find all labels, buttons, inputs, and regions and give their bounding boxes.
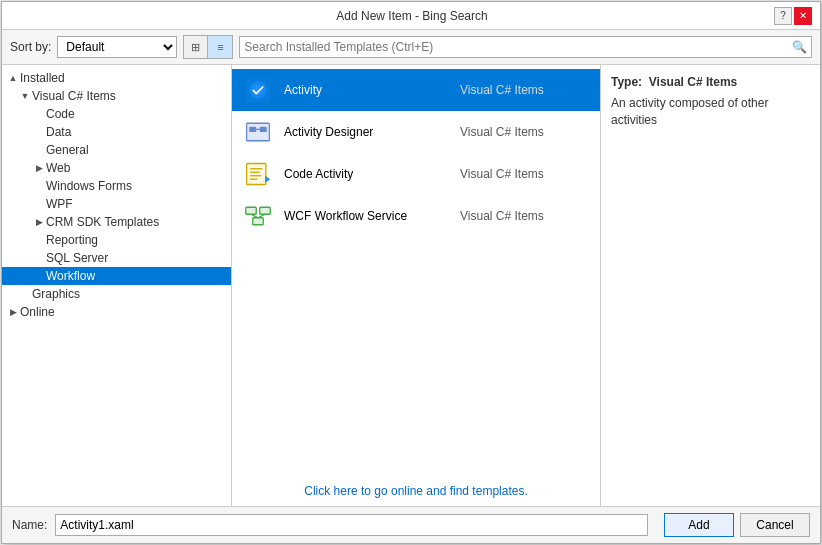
template-name-wcf-workflow: WCF Workflow Service	[284, 209, 450, 223]
tree-label-web: Web	[46, 161, 70, 175]
name-label: Name:	[12, 518, 47, 532]
template-icon-code-activity	[242, 158, 274, 190]
search-input[interactable]	[244, 40, 792, 54]
name-input[interactable]	[55, 514, 648, 536]
template-list: ActivityVisual C# Items Activity Designe…	[232, 65, 600, 476]
list-view-button[interactable]: ≡	[208, 36, 232, 58]
template-name-activity-designer: Activity Designer	[284, 125, 450, 139]
center-panel: ActivityVisual C# Items Activity Designe…	[232, 65, 600, 506]
search-box: 🔍	[239, 36, 812, 58]
type-label: Type: Visual C# Items	[611, 75, 810, 89]
template-icon-activity	[242, 74, 274, 106]
tree-item-windows-forms[interactable]: Windows Forms	[2, 177, 231, 195]
tree-label-visual-csharp: Visual C# Items	[32, 89, 116, 103]
tree-label-graphics: Graphics	[32, 287, 80, 301]
title-controls: ? ✕	[774, 7, 812, 25]
type-prefix: Type:	[611, 75, 642, 89]
tree-arrow-crm-sdk: ▶	[32, 217, 46, 227]
template-category-activity-designer: Visual C# Items	[460, 125, 590, 139]
tree-label-windows-forms: Windows Forms	[46, 179, 132, 193]
type-value: Visual C# Items	[649, 75, 738, 89]
tree-label-online: Online	[20, 305, 55, 319]
search-button[interactable]: 🔍	[792, 40, 807, 54]
template-category-wcf-workflow: Visual C# Items	[460, 209, 590, 223]
tree-arrow-installed: ▲	[6, 73, 20, 83]
tree-item-workflow[interactable]: Workflow	[2, 267, 231, 285]
list-icon: ≡	[217, 41, 223, 53]
svg-rect-4	[249, 127, 256, 132]
grid-icon: ⊞	[191, 41, 200, 54]
tree-label-sql-server: SQL Server	[46, 251, 108, 265]
close-button[interactable]: ✕	[794, 7, 812, 25]
dialog-title: Add New Item - Bing Search	[50, 9, 774, 23]
tree-item-web[interactable]: ▶Web	[2, 159, 231, 177]
tree-item-data[interactable]: Data	[2, 123, 231, 141]
grid-view-button[interactable]: ⊞	[184, 36, 208, 58]
tree-arrow-visual-csharp: ▼	[18, 91, 32, 101]
help-button[interactable]: ?	[774, 7, 792, 25]
add-new-item-dialog: Add New Item - Bing Search ? ✕ Sort by: …	[1, 1, 821, 544]
tree-item-sql-server[interactable]: SQL Server	[2, 249, 231, 267]
tree-label-wpf: WPF	[46, 197, 73, 211]
bottom-bar: Name: Add Cancel	[2, 506, 820, 543]
add-button[interactable]: Add	[664, 513, 734, 537]
tree-label-reporting: Reporting	[46, 233, 98, 247]
tree-label-data: Data	[46, 125, 71, 139]
template-name-code-activity: Code Activity	[284, 167, 450, 181]
tree-label-general: General	[46, 143, 89, 157]
cancel-button[interactable]: Cancel	[740, 513, 810, 537]
svg-rect-15	[253, 218, 264, 225]
tree-item-reporting[interactable]: Reporting	[2, 231, 231, 249]
tree-item-online[interactable]: ▶Online	[2, 303, 231, 321]
svg-rect-5	[260, 127, 267, 132]
tree-label-installed: Installed	[20, 71, 65, 85]
template-item-activity[interactable]: ActivityVisual C# Items	[232, 69, 600, 111]
title-bar: Add New Item - Bing Search ? ✕	[2, 2, 820, 30]
online-link[interactable]: Click here to go online and find templat…	[304, 484, 527, 498]
tree-item-installed[interactable]: ▲Installed	[2, 69, 231, 87]
tree-item-wpf[interactable]: WPF	[2, 195, 231, 213]
template-icon-activity-designer	[242, 116, 274, 148]
tree-item-visual-csharp[interactable]: ▼Visual C# Items	[2, 87, 231, 105]
template-item-activity-designer[interactable]: Activity DesignerVisual C# Items	[232, 111, 600, 153]
online-link-container: Click here to go online and find templat…	[232, 476, 600, 506]
tree-label-workflow: Workflow	[46, 269, 95, 283]
tree-label-crm-sdk: CRM SDK Templates	[46, 215, 159, 229]
svg-rect-7	[247, 164, 266, 185]
tree-item-graphics[interactable]: Graphics	[2, 285, 231, 303]
search-icon: 🔍	[792, 40, 807, 54]
main-content: ▲Installed▼Visual C# ItemsCodeDataGenera…	[2, 65, 820, 506]
svg-rect-14	[260, 207, 271, 214]
tree-item-general[interactable]: General	[2, 141, 231, 159]
tree-arrow-online: ▶	[6, 307, 20, 317]
template-item-code-activity[interactable]: Code ActivityVisual C# Items	[232, 153, 600, 195]
action-buttons: Add Cancel	[664, 513, 810, 537]
tree-item-code[interactable]: Code	[2, 105, 231, 123]
type-description: An activity composed of other activities	[611, 95, 810, 129]
tree-arrow-web: ▶	[32, 163, 46, 173]
svg-marker-12	[265, 176, 270, 183]
tree-item-crm-sdk[interactable]: ▶CRM SDK Templates	[2, 213, 231, 231]
svg-rect-3	[247, 123, 270, 141]
left-panel: ▲Installed▼Visual C# ItemsCodeDataGenera…	[2, 65, 232, 506]
svg-rect-13	[246, 207, 257, 214]
sort-label: Sort by:	[10, 40, 51, 54]
template-category-code-activity: Visual C# Items	[460, 167, 590, 181]
tree-label-code: Code	[46, 107, 75, 121]
template-name-activity: Activity	[284, 83, 450, 97]
template-icon-wcf-workflow	[242, 200, 274, 232]
view-toggle: ⊞ ≡	[183, 35, 233, 59]
toolbar: Sort by: Default Name Type ⊞ ≡ 🔍	[2, 30, 820, 65]
sort-select[interactable]: Default Name Type	[57, 36, 177, 58]
template-category-activity: Visual C# Items	[460, 83, 590, 97]
template-item-wcf-workflow[interactable]: WCF Workflow ServiceVisual C# Items	[232, 195, 600, 237]
right-panel: Type: Visual C# Items An activity compos…	[600, 65, 820, 506]
svg-point-2	[253, 85, 264, 96]
